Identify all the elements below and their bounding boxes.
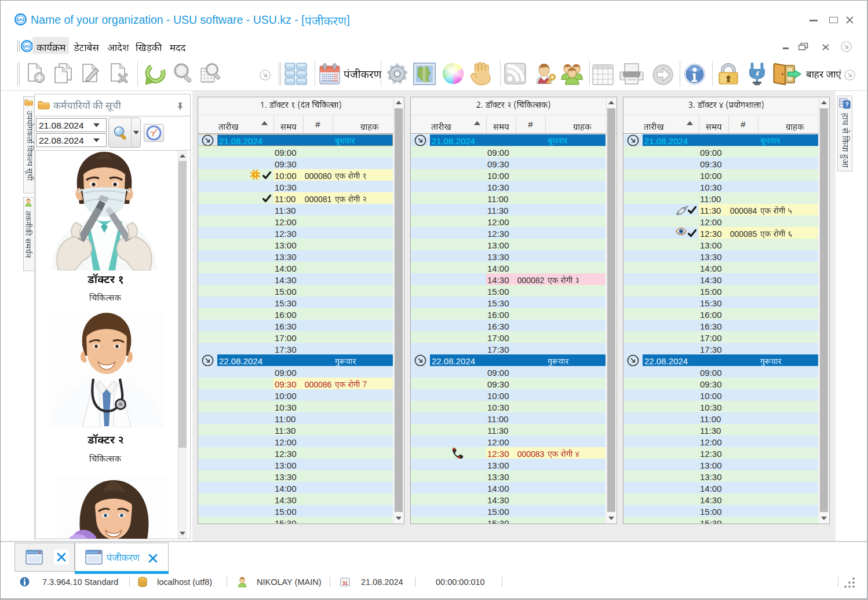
svg-text:usu: usu [23,44,30,48]
svg-text:?: ? [845,101,848,108]
svg-text:31: 31 [342,580,348,586]
svg-text:usu: usu [17,17,24,21]
